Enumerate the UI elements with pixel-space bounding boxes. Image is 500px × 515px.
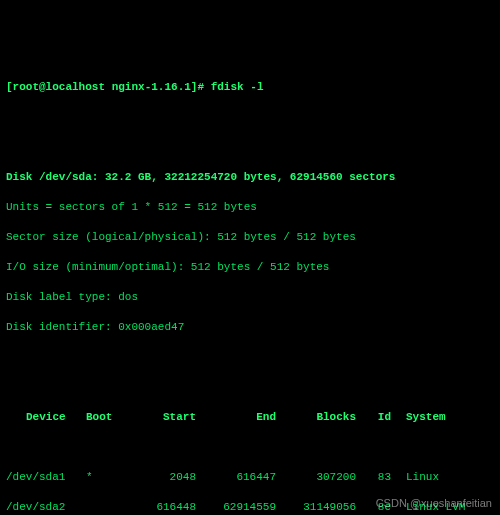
disk-sector: Sector size (logical/physical): 512 byte… (6, 230, 494, 245)
prompt-user-host: root@localhost (13, 81, 105, 93)
prompt-open: [ (6, 81, 13, 93)
col-boot: Boot (86, 410, 126, 425)
col-device: Device (26, 410, 86, 425)
disk-label-type: Disk label type: dos (6, 290, 494, 305)
col-id: Id (356, 410, 391, 425)
part-start: 616448 (126, 500, 196, 515)
disk-io: I/O size (minimum/optimal): 512 bytes / … (6, 260, 494, 275)
part-end: 62914559 (196, 500, 276, 515)
disk-units: Units = sectors of 1 * 512 = 512 bytes (6, 200, 494, 215)
col-end: End (196, 410, 276, 425)
prompt-cwd: nginx-1.16.1 (112, 81, 191, 93)
prompt-close: ]# (191, 81, 211, 93)
col-blocks: Blocks (276, 410, 356, 425)
terminal-prompt-line[interactable]: [root@localhost nginx-1.16.1]# fdisk -l (6, 80, 494, 95)
table-row: /dev/sda1*204861644730720083 Linux (6, 470, 494, 485)
blank-line (6, 110, 494, 125)
part-blocks: 307200 (276, 470, 356, 485)
disk-identifier: Disk identifier: 0x000aed47 (6, 320, 494, 335)
watermark-text: CSDN @xueshanfeitian (376, 496, 492, 511)
part-device: /dev/sda2 (6, 500, 86, 515)
part-id: 83 (356, 470, 391, 485)
blank-line (6, 350, 494, 365)
prompt-sep (105, 81, 112, 93)
col-system: System (406, 410, 446, 425)
part-boot: * (86, 470, 126, 485)
part-start: 2048 (126, 470, 196, 485)
part-blocks: 31149056 (276, 500, 356, 515)
disk-header: Disk /dev/sda: 32.2 GB, 32212254720 byte… (6, 170, 494, 185)
part-end: 616447 (196, 470, 276, 485)
col-start: Start (126, 410, 196, 425)
partition-header: DeviceBootStartEndBlocksId System (6, 410, 494, 425)
part-device: /dev/sda1 (6, 470, 86, 485)
part-system: Linux (406, 470, 439, 485)
command-text: fdisk -l (211, 81, 264, 93)
